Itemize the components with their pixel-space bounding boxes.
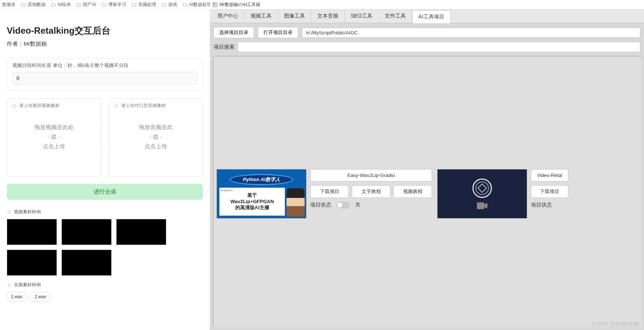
folder-icon [182,2,188,7]
svg-point-2 [117,106,118,107]
bookmark-item[interactable]: 音频处理 [131,1,156,8]
video-thumb[interactable] [7,250,57,276]
drop-audio-area[interactable]: 拖放音频至此 - 或 - 点击上传 [114,112,198,162]
bookmark-item[interactable]: 歌服务 [2,1,16,8]
window-titlebar[interactable]: Mr数据杨のAI工具箱 [210,0,644,10]
tab-file-tools[interactable]: 文件工具 [379,10,412,23]
video-thumb[interactable] [116,219,166,245]
tab-user-center[interactable]: 用户中心 [211,10,245,23]
bookmark-item[interactable]: AI数据处理 [182,1,210,8]
toolbar: 选择项目目录 打开项目目录 [210,23,644,40]
project-thumbnail[interactable] [437,169,527,219]
status-toggle[interactable] [336,202,350,208]
upload-audio-box[interactable]: 请上传对口型音频素材 拖放音频至此 - 或 - 点击上传 [109,98,203,177]
tab-ai-projects[interactable]: AI工具项目 [412,10,451,23]
thumb-banner: Python AI数字人 [230,174,293,185]
project-card: Video-Retal 下载项目 项目状态 [437,169,568,219]
project-card: Python AI数字人 ● python 基于 Wav2Lip+GFPGAN … [217,169,432,219]
video-tutorial-button[interactable]: 视频教程 [393,185,432,198]
video-thumb[interactable] [61,219,112,245]
text-tutorial-button[interactable]: 文字教程 [352,185,390,198]
status-label: 项目状态 [531,202,552,208]
camera-off-icon [477,202,487,209]
bookmark-item[interactable]: 博客学习 [102,1,126,8]
author-line: 作者：Mr数据杨 [7,40,203,48]
path-field[interactable] [302,28,640,38]
bookmark-item[interactable]: 其他数据 [21,1,46,8]
main-tabbar: 用户中心 视频工具 图像工具 文本音频 SEO工具 文件工具 AI工具项目 [210,10,644,23]
bookmark-item[interactable]: 游戏 [161,1,177,8]
video-thumb[interactable] [7,219,57,245]
project-title-button[interactable]: Easy-Wav2Lip-Gradio [310,169,432,181]
project-title-button[interactable]: Video-Retal [531,169,568,181]
tab-seo-tools[interactable]: SEO工具 [345,10,379,23]
app-icon [213,3,217,7]
avatar-graphic [287,188,305,217]
bookmark-item[interactable]: AI绘画 [51,1,71,8]
bookmark-item[interactable]: 国产AI [76,1,96,8]
video-thumb[interactable] [61,250,112,276]
folder-icon [102,2,107,7]
upload-audio-label: 请上传对口型音频素材 [121,103,166,109]
folder-icon [131,2,137,7]
music-icon [114,103,119,109]
video-thumb-grid [7,219,203,276]
tab-image-tools[interactable]: 图像工具 [278,10,311,23]
folder-icon [161,2,167,7]
gradio-page: 歌服务 其他数据 AI绘画 国产AI 博客学习 音频处理 游戏 AI数据处理 V… [0,0,210,330]
video-icon [12,103,17,109]
status-label: 项目状态 [310,202,331,208]
video-samples-header: 视频素材样例 [7,209,203,215]
run-button[interactable]: 进行合成 [7,184,203,200]
page-title: Video-Retalking交互后台 [7,25,203,37]
audio-sample-chip[interactable]: 1.wav [7,292,27,302]
project-search-input[interactable] [238,42,640,52]
download-project-button[interactable]: 下载项目 [531,185,568,198]
list-icon [7,282,12,287]
segment-field: 视频分段时间长度 单位：秒，填0表示整个视频不分段 [7,58,203,90]
watermark: CSDN @Mr数据杨 [592,321,639,328]
folder-icon [76,2,81,7]
segment-input[interactable] [12,72,197,85]
svg-rect-0 [12,104,15,107]
upload-video-label: 请上传脸部视频素材 [19,103,60,109]
select-dir-button[interactable]: 选择项目目录 [214,27,254,38]
search-row: 项目搜索 [210,40,644,56]
tab-video-tools[interactable]: 视频工具 [245,10,278,23]
drop-video-area[interactable]: 拖放视频至此处 - 或 - 点击上传 [12,112,96,162]
bookmarks-bar: 歌服务 其他数据 AI绘画 国产AI 博客学习 音频处理 游戏 AI数据处理 [0,0,210,10]
audio-sample-chip[interactable]: 2.wav [30,292,50,302]
folder-icon [21,2,26,7]
audio-samples-header: 音频素材样例 [7,282,203,288]
toolbox-app: Mr数据杨のAI工具箱 用户中心 视频工具 图像工具 文本音频 SEO工具 文件… [210,0,644,330]
download-project-button[interactable]: 下载项目 [310,185,349,198]
segment-label: 视频分段时间长度 单位：秒，填0表示整个视频不分段 [12,62,197,69]
folder-icon [51,2,56,7]
search-label: 项目搜索 [214,44,235,51]
project-list-area: Python AI数字人 ● python 基于 Wav2Lip+GFPGAN … [213,56,641,327]
svg-point-1 [115,107,115,107]
tab-text-audio[interactable]: 文本音频 [311,10,345,23]
list-icon [7,210,12,214]
upload-video-box[interactable]: 请上传脸部视频素材 拖放视频至此处 - 或 - 点击上传 [7,98,101,177]
window-title: Mr数据杨のAI工具箱 [220,1,260,8]
status-value: 关 [355,202,360,208]
thumb-caption: ● python 基于 Wav2Lip+GFPGAN 的高清版AI主播 [219,187,285,216]
open-dir-button[interactable]: 打开项目目录 [258,27,298,38]
project-thumbnail[interactable]: Python AI数字人 ● python 基于 Wav2Lip+GFPGAN … [217,169,306,219]
obs-icon [472,178,492,198]
